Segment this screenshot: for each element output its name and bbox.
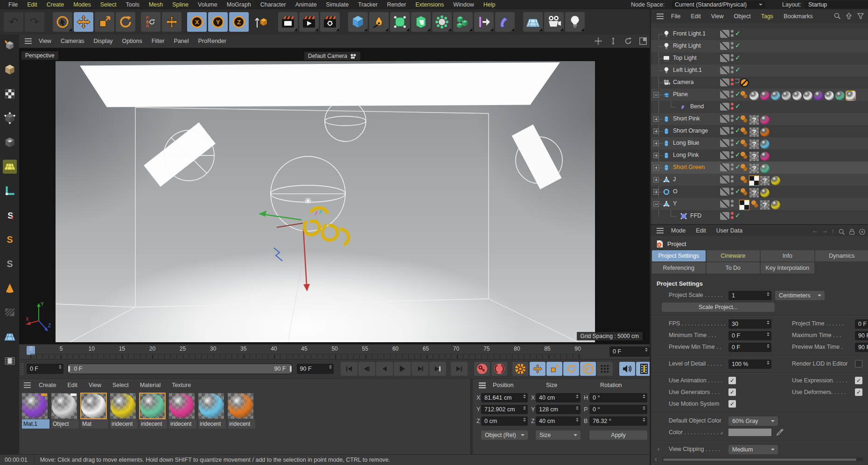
visibility-dots[interactable] [731, 176, 734, 183]
menu-animate[interactable]: Animate [291, 1, 322, 8]
lod-field[interactable]: 100 % [728, 359, 771, 369]
dolly-view-icon[interactable] [608, 36, 618, 46]
object-row[interactable]: Front Light.1 [651, 28, 868, 40]
undo-button[interactable]: ↶ [4, 12, 23, 32]
project-scale-unit-dropdown[interactable]: Centimeters [775, 291, 825, 300]
scale-project-button[interactable]: Scale Project... [662, 303, 775, 312]
tab-info[interactable]: Info [761, 250, 814, 261]
generator-button[interactable] [411, 12, 431, 32]
color-swatch[interactable] [728, 429, 771, 436]
material-tag-selected[interactable] [846, 91, 855, 100]
snap-settings-icon[interactable]: S [3, 257, 17, 271]
material-tag[interactable] [760, 127, 770, 137]
material-item[interactable]: iridecent [169, 393, 196, 429]
subdivision-surface-button[interactable] [390, 12, 410, 32]
tab-key-interpolation[interactable]: Key Interpolation [761, 262, 814, 274]
preview-max-field[interactable]: 90 F [855, 343, 868, 352]
layer-badge[interactable] [720, 200, 729, 208]
phong-tag-icon[interactable] [740, 139, 748, 149]
lock-icon[interactable] [849, 228, 855, 235]
project-time-field[interactable]: 0 F [855, 319, 868, 329]
missing-texture-tag-icon[interactable]: ? [749, 115, 759, 125]
move-axis-tool[interactable] [162, 12, 182, 32]
missing-texture-tag-icon[interactable]: ? [749, 140, 759, 149]
menu-file[interactable]: File [4, 1, 22, 8]
object-row[interactable]: Top Light [651, 52, 868, 64]
search-icon[interactable] [838, 228, 845, 235]
redo-button[interactable]: ↷ [25, 12, 44, 32]
model-mode-icon[interactable] [3, 63, 17, 77]
object-row[interactable]: Bend [651, 101, 868, 113]
points-mode-icon[interactable] [3, 111, 17, 125]
workplane-mode-icon[interactable] [3, 160, 17, 174]
visibility-dots[interactable] [731, 91, 734, 98]
object-row[interactable]: Long Blue ? [651, 137, 868, 149]
layer-badge[interactable] [720, 212, 729, 220]
material-tag[interactable] [782, 91, 791, 100]
visibility-dots[interactable] [731, 151, 734, 158]
enabled-check[interactable] [735, 42, 741, 49]
om-menu-object[interactable]: Object [729, 13, 756, 20]
next-key-button[interactable] [429, 362, 446, 376]
phong-tag-icon[interactable] [740, 187, 748, 198]
node-space-dropdown[interactable]: Current (Standard/Physical) [672, 1, 765, 8]
collapse-toggle[interactable] [653, 92, 659, 98]
menu-character[interactable]: Character [256, 1, 291, 8]
menu-tracker[interactable]: Tracker [353, 1, 382, 8]
vp-menu-prorender[interactable]: ProRender [194, 38, 230, 44]
vp-menu-panel[interactable]: Panel [169, 38, 193, 44]
om-menu-tags[interactable]: Tags [756, 13, 778, 20]
object-row[interactable]: Short Pink ? [651, 113, 868, 125]
menu-tools[interactable]: Tools [121, 1, 144, 8]
am-menu-edit[interactable]: Edit [691, 227, 711, 234]
vp-menu-display[interactable]: Display [90, 38, 117, 44]
material-tag[interactable] [760, 115, 770, 125]
lock-z-axis-button[interactable]: Z [229, 12, 249, 32]
phong-tag-icon[interactable] [740, 175, 748, 186]
material-tag[interactable] [760, 164, 770, 173]
polygons-mode-icon[interactable] [3, 135, 17, 149]
view-clipping-dropdown[interactable]: Medium [728, 445, 778, 454]
previous-key-button[interactable] [358, 362, 375, 376]
hamburger-icon[interactable] [22, 382, 33, 388]
visibility-dots[interactable] [731, 163, 734, 170]
autokeying-button[interactable] [491, 362, 507, 376]
rotation-h-field[interactable]: 0 ° [589, 393, 647, 402]
record-rotation-button[interactable] [563, 362, 579, 376]
snap-modes-icon[interactable]: S [3, 232, 17, 247]
render-lod-checkbox[interactable] [855, 360, 862, 367]
tab-dynamics[interactable]: Dynamics [815, 250, 868, 261]
material-tag[interactable] [771, 91, 780, 100]
visibility-dots[interactable] [731, 66, 734, 73]
volume-builder-button[interactable] [453, 12, 473, 32]
filter-icon[interactable] [857, 12, 864, 20]
goto-start-button[interactable] [341, 362, 357, 376]
layer-badge[interactable] [720, 66, 729, 74]
missing-texture-tag-icon[interactable]: ? [760, 176, 770, 185]
menu-render[interactable]: Render [382, 1, 411, 8]
missing-texture-tag-icon[interactable]: ? [760, 200, 770, 210]
am-menu-userdata[interactable]: User Data [712, 227, 747, 234]
record-pla-button[interactable] [597, 362, 613, 376]
material-item[interactable]: Mat [81, 393, 108, 429]
timeline-ruler[interactable]: 051015202530354045505560657075808590 0 F [19, 344, 652, 359]
use-deformers-checkbox[interactable] [855, 388, 862, 396]
vp-menu-view[interactable]: View [35, 38, 56, 44]
3d-viewport[interactable]: Perspective Default Camera Grid Spacing … [19, 48, 652, 344]
make-editable-icon[interactable] [3, 38, 17, 52]
hamburger-icon[interactable] [655, 14, 665, 20]
material-tag[interactable] [792, 91, 802, 100]
keying-settings-button[interactable] [512, 362, 528, 376]
am-menu-mode[interactable]: Mode [666, 227, 690, 234]
track-target-icon[interactable] [859, 228, 866, 235]
live-selection-tool[interactable] [53, 12, 72, 32]
position-z-field[interactable]: 0 cm [481, 416, 528, 426]
layout-field[interactable]: Startup [805, 1, 868, 8]
material-tag[interactable] [749, 91, 759, 100]
tab-cineware[interactable]: Cineware [707, 250, 760, 261]
render-settings-button[interactable] [320, 12, 340, 32]
object-row[interactable]: Right Light [651, 40, 868, 52]
om-menu-view[interactable]: View [707, 13, 728, 20]
lock-x-axis-button[interactable]: X [187, 12, 207, 32]
mat-menu-edit[interactable]: Edit [63, 382, 83, 388]
